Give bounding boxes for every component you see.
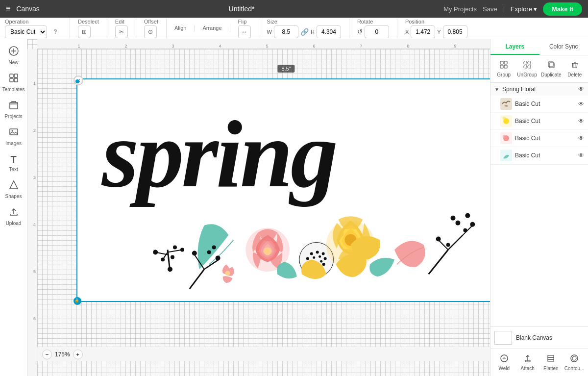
- ungroup-tool[interactable]: UnGroup: [516, 58, 538, 79]
- svg-rect-64: [504, 65, 507, 68]
- help-icon[interactable]: ?: [49, 25, 62, 38]
- layer-group-spring-floral: ▼ Spring Floral 👁 Basic Cut 👁 Bas: [490, 83, 588, 165]
- contour-button[interactable]: Contou...: [564, 352, 585, 373]
- layer-visibility-3-icon[interactable]: 👁: [578, 135, 584, 142]
- blank-canvas-label: Blank Canvas: [516, 334, 552, 341]
- y-position-input[interactable]: [443, 25, 467, 38]
- layer-visibility-4-icon[interactable]: 👁: [578, 152, 584, 159]
- height-input[interactable]: [317, 25, 341, 38]
- ruler-tick: 2: [124, 44, 127, 49]
- sidebar-projects-label: Projects: [4, 114, 22, 119]
- explore-button[interactable]: Explore ▾: [511, 5, 537, 13]
- layer-visibility-2-icon[interactable]: 👁: [578, 118, 584, 125]
- flatten-button[interactable]: Flatten: [540, 352, 562, 373]
- svg-point-72: [503, 117, 506, 120]
- svg-point-26: [310, 252, 313, 255]
- operation-select[interactable]: Basic Cut: [5, 25, 47, 38]
- group-visibility-icon[interactable]: 👁: [578, 86, 584, 93]
- layer-thumb-3: [500, 132, 512, 144]
- x-position-input[interactable]: [411, 25, 435, 38]
- link-size-icon[interactable]: 🔗: [300, 28, 309, 36]
- sidebar-item-shapes[interactable]: Shapes: [1, 177, 26, 202]
- deselect-button[interactable]: ⊞: [78, 25, 91, 38]
- layer-item-2[interactable]: Basic Cut 👁: [490, 113, 588, 130]
- width-input[interactable]: [274, 25, 298, 38]
- svg-line-43: [448, 235, 463, 250]
- layer-visibility-1-icon[interactable]: 👁: [578, 100, 584, 107]
- svg-point-35: [313, 256, 315, 259]
- tab-layers[interactable]: Layers: [490, 39, 539, 55]
- svg-point-52: [465, 213, 470, 218]
- edit-group: Edit ✂: [115, 19, 136, 38]
- ruler-left-tick: 5: [33, 269, 36, 274]
- group-tool[interactable]: Group: [493, 58, 514, 79]
- rotate-input[interactable]: [365, 25, 389, 38]
- ruler-left-tick: 1: [33, 81, 36, 86]
- duplicate-tool[interactable]: Duplicate: [540, 58, 563, 79]
- flip-button[interactable]: ↔: [238, 25, 251, 38]
- ungroup-label: UnGroup: [517, 72, 537, 77]
- my-projects-link[interactable]: My Projects: [443, 5, 477, 13]
- sidebar-item-projects[interactable]: Projects: [1, 97, 26, 122]
- sidebar-shapes-label: Shapes: [5, 194, 22, 199]
- svg-marker-10: [10, 181, 18, 189]
- layer-group-header[interactable]: ▼ Spring Floral 👁: [490, 83, 588, 96]
- attach-button[interactable]: Attach: [517, 352, 539, 373]
- svg-point-46: [470, 222, 475, 227]
- align-label: Align: [174, 25, 186, 31]
- svg-rect-6: [14, 78, 18, 82]
- topbar-right: My Projects Save | Explore ▾ Make It: [443, 2, 582, 16]
- layer-name-4: Basic Cut: [515, 152, 575, 159]
- expand-arrow-icon[interactable]: ▼: [494, 87, 499, 92]
- svg-point-49: [446, 243, 450, 247]
- rotate-label: Rotate: [357, 19, 389, 25]
- layer-item-1[interactable]: Basic Cut 👁: [490, 96, 588, 113]
- bottom-panel: Weld Attach Flatten Contou...: [490, 349, 588, 376]
- delete-label: Delete: [567, 72, 582, 77]
- rotate-group: Rotate ↺: [357, 19, 397, 38]
- shapes-icon: [9, 180, 19, 192]
- attach-label: Attach: [520, 366, 534, 371]
- menu-icon[interactable]: ≡: [6, 4, 10, 13]
- projects-icon: [9, 100, 19, 112]
- sidebar-item-new[interactable]: New: [1, 43, 26, 68]
- bottom-bar: − 175% +: [37, 347, 490, 361]
- sidebar-item-upload[interactable]: Upload: [1, 204, 26, 229]
- svg-point-27: [316, 251, 319, 253]
- ruler-left-tick: 2: [33, 128, 36, 133]
- canvas-work-area: spring: [37, 49, 490, 361]
- ruler-tick: 4: [219, 44, 221, 49]
- edit-label: Edit: [115, 19, 128, 25]
- weld-button[interactable]: Weld: [493, 352, 515, 373]
- size-indicator-top: 8.5": [277, 65, 294, 73]
- zoom-in-button[interactable]: +: [73, 350, 83, 359]
- sidebar-item-templates[interactable]: Templates: [1, 70, 26, 95]
- sidebar-item-text[interactable]: T Text: [1, 151, 26, 175]
- panel-tabs: Layers Color Sync: [490, 39, 588, 55]
- svg-rect-68: [528, 65, 531, 68]
- save-button[interactable]: Save: [483, 5, 497, 13]
- layer-item-3[interactable]: Basic Cut 👁: [490, 130, 588, 147]
- ungroup-icon: [523, 60, 532, 71]
- svg-point-60: [212, 246, 216, 250]
- offset-button[interactable]: ⊙: [144, 25, 157, 38]
- make-it-button[interactable]: Make It: [543, 2, 582, 16]
- svg-point-81: [572, 356, 576, 360]
- svg-line-21: [163, 252, 168, 259]
- size-group: Size W 🔗 H: [267, 19, 349, 38]
- ruler-tick: 6: [313, 44, 315, 49]
- svg-rect-5: [10, 78, 13, 82]
- arrange-group: Arrange: [202, 25, 230, 32]
- canvas-container[interactable]: 1 2 3 4 5 6 7 8 9 10 1 2 3 4 5 6: [27, 39, 490, 376]
- ruler-tick: 5: [266, 44, 268, 49]
- edit-button[interactable]: ✂: [115, 25, 128, 38]
- left-sidebar: New Templates Projects Images T Text: [0, 39, 27, 376]
- sidebar-images-label: Images: [5, 141, 22, 146]
- delete-tool[interactable]: Delete: [564, 58, 585, 79]
- tab-color-sync[interactable]: Color Sync: [539, 39, 588, 55]
- sidebar-item-images[interactable]: Images: [1, 124, 26, 149]
- zoom-out-button[interactable]: −: [42, 350, 52, 359]
- svg-rect-63: [500, 65, 503, 68]
- layer-item-4[interactable]: Basic Cut 👁: [490, 147, 588, 164]
- ruler-left-tick: 3: [33, 175, 36, 180]
